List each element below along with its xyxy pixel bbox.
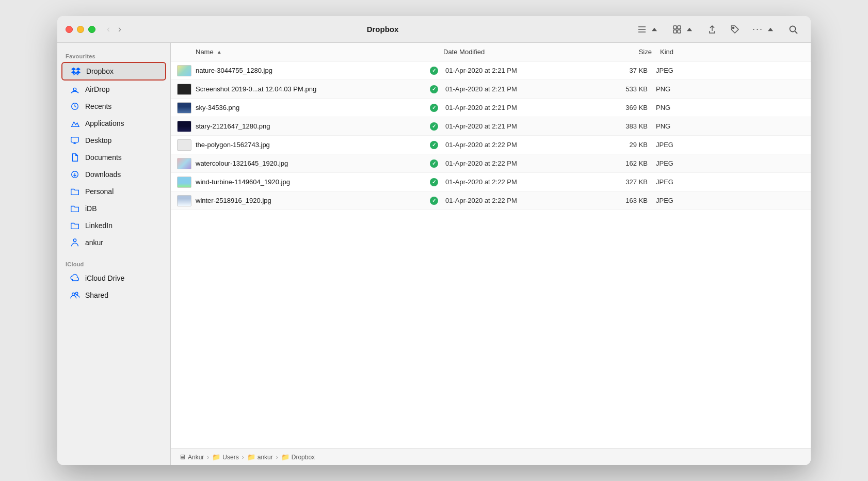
column-name-header[interactable]: Name ▲ [196,48,443,56]
more-button[interactable]: ··· [748,22,780,37]
list-view-button[interactable] [633,22,664,37]
column-date-header[interactable]: Date Modified [443,48,598,56]
column-size-header[interactable]: Size [598,48,660,56]
sidebar-item-shared[interactable]: Shared [61,287,166,303]
file-sync-status: ✓ [429,85,439,93]
titlebar: ‹ › Dropbox [57,16,811,43]
sidebar-item-dropbox[interactable]: Dropbox [61,62,166,81]
file-sync-status: ✓ [429,104,439,112]
file-row[interactable]: nature-3044755_1280.jpg ✓ 01-Apr-2020 at… [171,61,811,80]
traffic-lights [66,26,95,33]
sort-arrow: ▲ [217,49,222,55]
sidebar-item-downloads-label: Downloads [85,170,121,179]
file-kind: PNG [656,122,805,130]
file-row[interactable]: watercolour-1321645_1920.jpg ✓ 01-Apr-20… [171,154,811,173]
file-row[interactable]: Screenshot 2019-0...at 12.04.03 PM.png ✓… [171,80,811,99]
file-name: sky-34536.png [196,104,429,111]
sync-check-icon: ✓ [430,85,438,93]
file-size: 37 KB [594,67,656,74]
file-kind: JPEG [656,197,805,204]
sidebar-item-ankur[interactable]: ankur [61,234,166,251]
back-button[interactable]: ‹ [104,23,113,36]
sidebar-item-recents[interactable]: Recents [61,98,166,115]
file-size: 163 KB [594,197,656,204]
breadcrumb-ankur[interactable]: 🖥 Ankur [179,453,204,461]
sidebar-item-applications[interactable]: Applications [61,115,166,132]
sync-check-icon: ✓ [430,178,438,186]
file-kind: JPEG [656,67,805,74]
column-kind-header[interactable]: Kind [660,48,805,56]
main-area: Favourites Dropbox [57,43,811,465]
file-size: 162 KB [594,159,656,167]
file-row[interactable]: the-polygon-1562743.jpg ✓ 01-Apr-2020 at… [171,136,811,154]
dropbox-icon [71,66,81,76]
sync-check-icon: ✓ [430,104,438,112]
file-row[interactable]: wind-turbine-1149604_1920.jpg ✓ 01-Apr-2… [171,173,811,191]
file-thumbnail [177,195,191,206]
search-button[interactable] [784,22,802,37]
file-date: 01-Apr-2020 at 2:22 PM [439,141,594,149]
sidebar-item-personal[interactable]: Personal [61,183,166,200]
sidebar-item-documents[interactable]: Documents [61,149,166,166]
breadcrumb-users[interactable]: 📁 Users [212,453,238,461]
sidebar-item-documents-label: Documents [85,153,122,162]
sidebar-item-airdrop[interactable]: AirDrop [61,81,166,98]
sync-check-icon: ✓ [430,141,438,149]
breadcrumb-sep-2: › [242,454,244,461]
column-headers: Name ▲ Date Modified Size Kind [171,43,811,61]
sidebar-item-icloud-drive[interactable]: iCloud Drive [61,270,166,286]
file-thumbnail [177,84,191,95]
tag-button[interactable] [726,22,744,37]
svg-point-15 [75,292,78,295]
sidebar-item-recents-label: Recents [85,102,111,110]
svg-point-7 [732,27,734,28]
recents-icon [70,101,80,111]
shared-icon [70,290,80,300]
desktop-icon [70,135,80,146]
sidebar-item-desktop[interactable]: Desktop [61,132,166,149]
share-button[interactable] [703,22,721,37]
file-name: winter-2518916_1920.jpg [196,197,429,204]
minimize-button[interactable] [77,26,84,33]
breadcrumb-ankur-folder[interactable]: 📁 ankur [247,453,273,461]
file-name: the-polygon-1562743.jpg [196,141,429,149]
sidebar-item-dropbox-label: Dropbox [86,67,114,75]
sidebar-item-idb-label: iDB [85,204,97,213]
file-thumbnail [177,121,191,132]
file-sync-status: ✓ [429,178,439,186]
documents-icon [70,152,80,163]
file-name: nature-3044755_1280.jpg [196,67,429,74]
file-kind: JPEG [656,159,805,167]
file-name: Screenshot 2019-0...at 12.04.03 PM.png [196,85,429,93]
file-kind: PNG [656,85,805,93]
file-row[interactable]: winter-2518916_1920.jpg ✓ 01-Apr-2020 at… [171,191,811,210]
grid-view-button[interactable] [668,22,699,37]
nav-buttons: ‹ › [104,23,124,36]
sidebar-item-ankur-label: ankur [85,238,103,247]
file-row[interactable]: sky-34536.png ✓ 01-Apr-2020 at 2:21 PM 3… [171,99,811,117]
sidebar-item-downloads[interactable]: Downloads [61,166,166,183]
svg-point-14 [72,293,75,296]
status-bar: 🖥 Ankur › 📁 Users › 📁 ankur › 📁 Dropbox [171,448,811,465]
sidebar-item-idb[interactable]: iDB [61,200,166,217]
icloud-drive-icon [70,273,80,283]
file-size: 533 KB [594,85,656,93]
svg-point-8 [790,26,796,31]
file-row[interactable]: stary-2121647_1280.png ✓ 01-Apr-2020 at … [171,117,811,136]
airdrop-icon [70,84,80,94]
file-sync-status: ✓ [429,159,439,168]
sidebar-item-linkedin[interactable]: LinkedIn [61,217,166,234]
sidebar-item-desktop-label: Desktop [85,136,111,145]
file-kind: JPEG [656,141,805,149]
sidebar-item-applications-label: Applications [85,119,124,127]
breadcrumb-dropbox[interactable]: 📁 Dropbox [281,453,315,461]
file-thumbnail [177,177,191,188]
svg-rect-3 [673,26,677,29]
fullscreen-button[interactable] [88,26,95,33]
forward-button[interactable]: › [115,23,124,36]
sync-check-icon: ✓ [430,159,438,168]
file-date: 01-Apr-2020 at 2:22 PM [439,178,594,186]
sidebar-item-airdrop-label: AirDrop [85,85,109,93]
close-button[interactable] [66,26,73,33]
file-sync-status: ✓ [429,122,439,131]
